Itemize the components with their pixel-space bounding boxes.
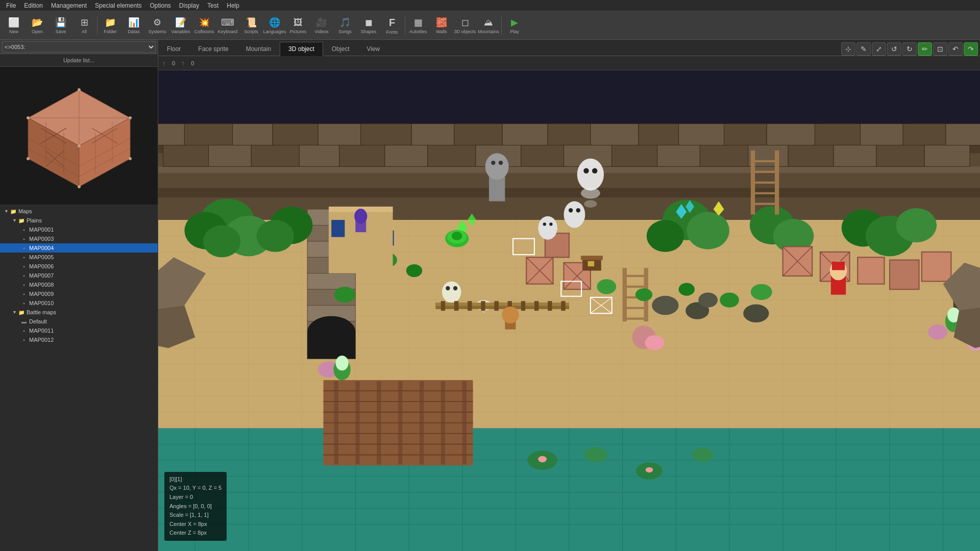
toolbar-variables-btn[interactable]: 📝 Variables — [169, 13, 192, 38]
cursor-tool-btn[interactable]: ⊹ — [841, 42, 855, 56]
move-tool-btn[interactable]: ⤢ — [872, 42, 886, 56]
svg-rect-214 — [832, 262, 845, 270]
svg-rect-251 — [468, 301, 472, 311]
menu-management[interactable]: Management — [47, 1, 91, 10]
tree-item-battlemaps[interactable]: ▼ 📁 Battle maps — [0, 308, 158, 317]
menu-file[interactable]: File — [2, 1, 20, 10]
toolbar-walls-btn[interactable]: 🧱 Walls — [430, 13, 453, 38]
toolbar-3dobjects-btn[interactable]: ◻ 3D objects — [453, 13, 477, 38]
undo-icon: ↶ — [952, 45, 959, 53]
tree-item-map0006[interactable]: ▪ MAP0006 — [0, 262, 158, 271]
toolbar-fonts-label: Fonts — [386, 30, 398, 35]
svg-rect-131 — [398, 381, 402, 464]
menu-special-elements[interactable]: Special elements — [91, 1, 145, 10]
tree-label-map0012: MAP0012 — [29, 337, 54, 343]
toolbar-datas-btn[interactable]: 📊 Datas — [122, 13, 145, 38]
toolbar-all-btn[interactable]: ⊞ All — [72, 13, 96, 38]
tab-object[interactable]: Object — [323, 41, 358, 56]
toolbar-mountains-btn[interactable]: ⛰ Mountains — [477, 13, 500, 38]
svg-rect-47 — [815, 124, 860, 145]
tree-item-maps[interactable]: ▼ 📁 Maps — [0, 207, 158, 216]
toolbar-all-label: All — [82, 29, 87, 34]
toolbar-pictures-btn[interactable]: 🖼 Pictures — [286, 13, 310, 38]
tab-3dobject[interactable]: 3D object — [280, 42, 323, 56]
toolbar-collisions-btn[interactable]: 💥 Collisions — [192, 13, 216, 38]
toolbar-shapes-label: Shapes — [361, 29, 377, 34]
toolbar-shapes-btn[interactable]: ◼ Shapes — [357, 13, 380, 38]
redo-btn[interactable]: ↷ — [964, 42, 978, 56]
tree-item-map0005[interactable]: ▪ MAP0005 — [0, 253, 158, 262]
tree-item-map0001[interactable]: ▪ MAP0001 — [0, 225, 158, 234]
svg-rect-38 — [411, 124, 454, 145]
toolbar-songs-btn[interactable]: 🎵 Songs — [333, 13, 357, 38]
tree-item-map0008[interactable]: ▪ MAP0008 — [0, 280, 158, 289]
svg-rect-249 — [441, 301, 445, 311]
map-icon-0009: ▪ — [20, 290, 28, 297]
map-selector-dropdown[interactable]: <>0053: — [2, 41, 156, 53]
svg-rect-181 — [751, 151, 755, 215]
new-icon: ⬜ — [8, 17, 19, 28]
svg-point-243 — [652, 296, 678, 315]
toolbar-open-btn[interactable]: 📂 Open — [26, 13, 49, 38]
tab-face-sprite[interactable]: Face sprite — [189, 41, 237, 56]
svg-rect-30 — [158, 166, 980, 173]
pencil-tool-btn[interactable]: ✎ — [856, 42, 871, 56]
tree-label-map0010: MAP0010 — [29, 300, 54, 306]
toolbar-systems-btn[interactable]: ⚙ Systems — [145, 13, 169, 38]
all-icon: ⊞ — [81, 17, 88, 28]
toolbar-fonts-btn[interactable]: F Fonts — [380, 13, 404, 38]
toolbar-keyboard-btn[interactable]: ⌨ Keyboard — [216, 13, 239, 38]
toolbar-videos-btn[interactable]: 🎥 Videos — [310, 13, 333, 38]
toolbar-folder-label: Folder — [104, 29, 117, 34]
rotate-right-btn[interactable]: ↻ — [902, 42, 917, 56]
toolbar-folder-btn[interactable]: 📁 Folder — [99, 13, 122, 38]
svg-rect-257 — [548, 301, 552, 311]
separator-2 — [405, 16, 405, 35]
menu-help[interactable]: Help — [223, 1, 243, 10]
svg-rect-132 — [420, 381, 424, 464]
tab-mountain[interactable]: Mountain — [237, 41, 280, 56]
toolbar-languages-btn[interactable]: 🌐 Languages — [263, 13, 286, 38]
folder-icon-plains: 📁 — [18, 217, 25, 224]
x-coord: 0 — [172, 60, 175, 66]
toolbar-save-btn[interactable]: 💾 Save — [49, 13, 72, 38]
paint-tool-btn[interactable]: ✏ — [918, 42, 932, 56]
tree-item-map0011[interactable]: ▪ MAP0011 — [0, 326, 158, 335]
tab-floor[interactable]: Floor — [158, 41, 189, 56]
toolbar-new-btn[interactable]: ⬜ New — [2, 13, 26, 38]
tab-view[interactable]: View — [358, 41, 388, 56]
tree-item-map0004[interactable]: ▪ MAP0004 — [0, 243, 158, 253]
update-list-button[interactable]: Update list... — [0, 54, 158, 67]
svg-point-235 — [679, 283, 695, 296]
paint-icon: ✏ — [922, 45, 928, 53]
svg-point-147 — [307, 316, 355, 348]
tree-label-map0003: MAP0003 — [29, 236, 54, 242]
map-viewport[interactable]: [0][1] Qx = 10, Y = 0, Z = 5 Layer = 0 A… — [158, 70, 980, 551]
svg-rect-219 — [581, 256, 603, 260]
tree-item-plains[interactable]: ▼ 📁 Plains — [0, 216, 158, 225]
tree-item-map0009[interactable]: ▪ MAP0009 — [0, 289, 158, 298]
tree-item-map0012[interactable]: ▪ MAP0012 — [0, 335, 158, 344]
toolbar-pictures-label: Pictures — [290, 29, 307, 34]
toolbar-scripts-btn[interactable]: 📜 Scripts — [239, 13, 263, 38]
square-tool-btn[interactable]: ⊡ — [933, 42, 947, 56]
rotate-left-btn[interactable]: ↺ — [887, 42, 901, 56]
save-icon: 💾 — [55, 17, 66, 28]
menu-test[interactable]: Test — [203, 1, 223, 10]
tree-label-map0009: MAP0009 — [29, 291, 54, 297]
map-icon-default: ▬ — [20, 318, 28, 325]
toolbar-3dobjects-label: 3D objects — [454, 29, 476, 34]
undo-btn[interactable]: ↶ — [948, 42, 963, 56]
menu-display[interactable]: Display — [175, 1, 203, 10]
map-icon-0004: ▪ — [20, 244, 28, 252]
toolbar-autotiles-btn[interactable]: ▦ Autotiles — [406, 13, 430, 38]
tree-item-map0007[interactable]: ▪ MAP0007 — [0, 271, 158, 280]
tree-item-map0003[interactable]: ▪ MAP0003 — [0, 234, 158, 243]
toolbar-mountains-label: Mountains — [478, 29, 499, 34]
menu-edition[interactable]: Edition — [20, 1, 47, 10]
tree-item-map0010[interactable]: ▪ MAP0010 — [0, 298, 158, 308]
menu-options[interactable]: Options — [145, 1, 175, 10]
toolbar-play-btn[interactable]: ▶ Play — [503, 13, 526, 38]
svg-point-271 — [584, 447, 607, 462]
tree-item-default[interactable]: ▬ Default — [0, 317, 158, 326]
